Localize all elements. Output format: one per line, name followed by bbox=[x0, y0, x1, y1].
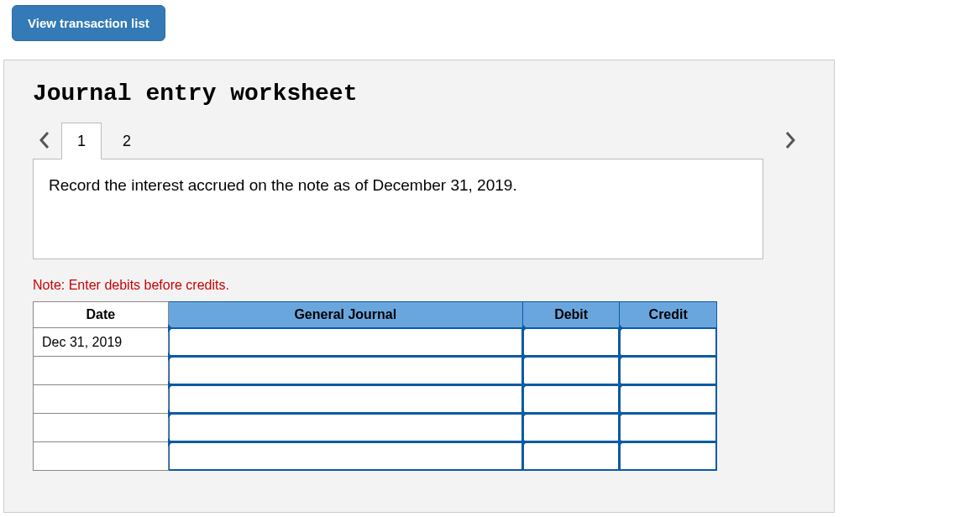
table-row: Dec 31, 2019 bbox=[34, 328, 717, 357]
worksheet-title: Journal entry worksheet bbox=[33, 81, 805, 107]
cell-credit[interactable] bbox=[620, 328, 717, 357]
tab-1[interactable]: 1 bbox=[61, 123, 102, 159]
journal-entry-worksheet-panel: Journal entry worksheet 1 2 Record the i… bbox=[3, 60, 835, 513]
tab-2[interactable]: 2 bbox=[107, 123, 147, 159]
table-row bbox=[34, 442, 717, 471]
cell-date[interactable] bbox=[34, 442, 169, 471]
cell-credit[interactable] bbox=[620, 442, 717, 471]
cell-general-journal[interactable] bbox=[168, 442, 522, 471]
chevron-left-icon bbox=[39, 131, 50, 149]
col-general-journal: General Journal bbox=[168, 302, 522, 328]
cell-debit[interactable] bbox=[522, 328, 620, 357]
col-credit: Credit bbox=[620, 302, 717, 328]
tab-left-group: 1 2 bbox=[33, 122, 147, 159]
tab-row: 1 2 bbox=[33, 122, 805, 159]
col-date: Date bbox=[34, 302, 169, 328]
cell-general-journal[interactable] bbox=[168, 414, 522, 442]
instruction-box: Record the interest accrued on the note … bbox=[33, 159, 763, 259]
journal-table: Date General Journal Debit Credit Dec 31… bbox=[33, 301, 717, 471]
cell-general-journal[interactable] bbox=[168, 385, 522, 414]
cell-credit[interactable] bbox=[620, 414, 717, 442]
cell-credit[interactable] bbox=[620, 357, 717, 385]
col-debit: Debit bbox=[522, 302, 620, 328]
cell-debit[interactable] bbox=[522, 414, 620, 442]
table-header-row: Date General Journal Debit Credit bbox=[34, 302, 717, 328]
cell-debit[interactable] bbox=[522, 357, 620, 385]
cell-debit[interactable] bbox=[522, 442, 620, 471]
prev-arrow[interactable] bbox=[33, 123, 56, 157]
view-transaction-list-button[interactable]: View transaction list bbox=[12, 5, 165, 41]
cell-general-journal[interactable] bbox=[168, 357, 522, 385]
cell-general-journal[interactable] bbox=[168, 328, 522, 357]
cell-date[interactable] bbox=[34, 414, 169, 442]
cell-date[interactable] bbox=[34, 385, 169, 414]
cell-date[interactable] bbox=[34, 357, 169, 385]
table-row bbox=[34, 385, 717, 414]
table-row bbox=[34, 414, 717, 442]
cell-date[interactable]: Dec 31, 2019 bbox=[34, 328, 169, 357]
cell-debit[interactable] bbox=[522, 385, 620, 414]
cell-credit[interactable] bbox=[620, 385, 717, 414]
next-arrow[interactable] bbox=[778, 123, 802, 157]
chevron-right-icon bbox=[784, 131, 796, 149]
note-text: Note: Enter debits before credits. bbox=[33, 278, 805, 293]
table-row bbox=[34, 357, 717, 385]
